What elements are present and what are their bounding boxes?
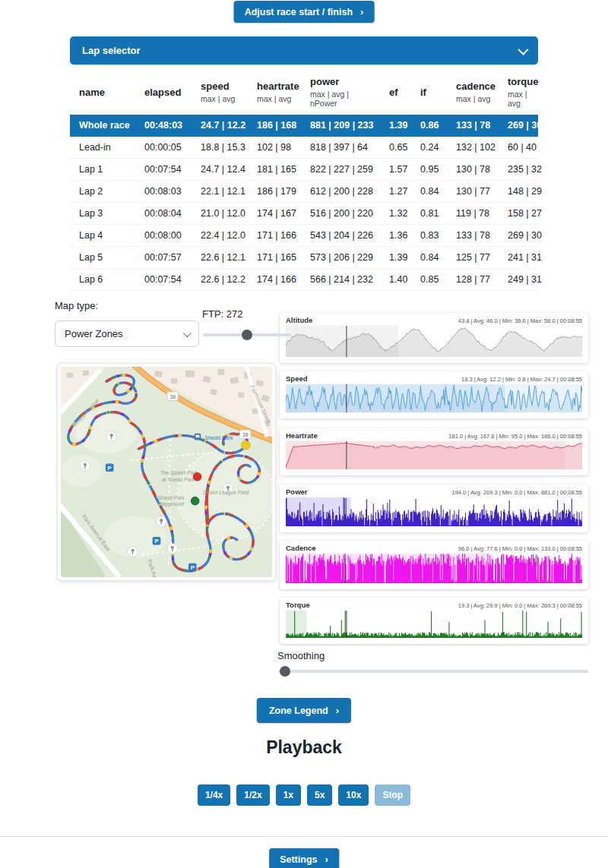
ftp-slider-thumb[interactable] xyxy=(242,330,252,340)
playback-speed-button-10x[interactable]: 10x xyxy=(338,784,369,806)
zone-legend-button[interactable]: Zone Legend› xyxy=(257,698,351,723)
settings-button[interactable]: Settings› xyxy=(269,848,339,868)
map-route-shield-1: 38 xyxy=(167,392,178,401)
chart-card-torque[interactable]: Torque19.3 | Avg: 29.9 | Min: 0.0 | Max:… xyxy=(280,598,588,644)
chart-card-power[interactable]: Power194.0 | Avg: 209.3 | Min: 0.0 | Max… xyxy=(280,485,588,532)
table-row-whole-race[interactable]: Whole race00:48:0324.7 | 12.2186 | 16888… xyxy=(70,115,538,137)
table-row-lap-4[interactable]: Lap 400:08:0022.4 | 12.0171 | 166543 | 2… xyxy=(70,225,538,247)
table-row-lead-in[interactable]: Lead-in00:00:0518.8 | 15.3102 | 98818 | … xyxy=(70,137,538,159)
route-map[interactable]: 38 38 P P P Shedd Park The Splash Pad at… xyxy=(57,363,276,581)
cell-if: 0.95 xyxy=(411,159,447,181)
cell-torque: 60 | 40 xyxy=(499,137,538,159)
cell-heartrate: 186 | 168 xyxy=(248,115,301,137)
column-header-power: powermax | avg | nPower xyxy=(301,70,380,115)
playback-title: Playback xyxy=(0,737,608,758)
cell-if: 0.24 xyxy=(411,137,447,159)
table-row-lap-2[interactable]: Lap 200:08:0322.1 | 12.1186 | 179612 | 2… xyxy=(70,181,538,203)
smoothing-label: Smoothing xyxy=(277,650,325,661)
column-header-name: name xyxy=(70,70,135,115)
chart-heartrate-label: Heartrate xyxy=(286,431,318,440)
chart-power-plot xyxy=(286,497,582,526)
map-type-label: Map type: xyxy=(55,300,98,311)
map-marker-red[interactable] xyxy=(193,472,201,481)
map-marker-green[interactable] xyxy=(191,497,199,505)
cell-cadence: 132 | 102 xyxy=(447,137,499,159)
chart-altitude-plot xyxy=(286,326,582,357)
table-row-lap-5[interactable]: Lap 500:07:5722.6 | 12.1171 | 165573 | 2… xyxy=(70,247,538,269)
map-marker-yellow[interactable] xyxy=(241,440,250,450)
lap-selector-title: Lap selector xyxy=(82,45,141,56)
map-playground-label-1: Shedd Park xyxy=(157,495,185,500)
cell-ef: 1.39 xyxy=(380,247,411,269)
playback-controls: 1/4x1/2x1x5x10xStop xyxy=(0,784,608,806)
chart-card-heartrate[interactable]: Heartrate181.0 | Avg: 167.8 | Min: 95.0 … xyxy=(280,428,588,475)
lap-selector-header[interactable]: Lap selector xyxy=(70,36,538,65)
chevron-down-icon xyxy=(518,44,528,55)
cell-torque: 249 | 31 xyxy=(499,269,538,291)
chart-altitude-stats: 43.8 | Avg: 46.0 | Min: 36.6 | Max: 58.0… xyxy=(458,317,582,324)
cell-speed: 22.4 | 12.0 xyxy=(192,225,248,247)
ftp-slider[interactable] xyxy=(203,333,291,336)
cell-heartrate: 102 | 98 xyxy=(248,137,301,159)
cell-name: Lap 4 xyxy=(70,225,135,247)
cell-power: 612 | 200 | 228 xyxy=(301,181,380,203)
svg-text:P: P xyxy=(108,465,112,472)
cell-name: Lap 6 xyxy=(70,269,135,291)
playback-speed-button-5x[interactable]: 5x xyxy=(307,784,332,806)
cell-speed: 22.6 | 12.1 xyxy=(192,247,248,269)
cell-name: Lap 1 xyxy=(70,159,135,181)
cell-name: Lap 5 xyxy=(70,247,135,269)
cell-elapsed: 00:07:57 xyxy=(135,247,192,269)
smoothing-slider[interactable] xyxy=(278,670,588,673)
adjust-race-button[interactable]: Adjust race start / finish› xyxy=(234,1,375,23)
cell-elapsed: 00:07:54 xyxy=(135,269,192,291)
cell-name: Whole race xyxy=(70,115,135,137)
cell-ef: 1.39 xyxy=(380,115,411,137)
map-field-2 xyxy=(62,455,101,487)
map-type-selected-value: Power Zones xyxy=(65,328,123,339)
cell-elapsed: 00:07:54 xyxy=(135,159,192,181)
cell-power: 881 | 209 | 233 xyxy=(301,115,380,137)
table-row-lap-3[interactable]: Lap 300:08:0421.0 | 12.0174 | 167516 | 2… xyxy=(70,203,538,225)
map-type-select[interactable]: Power Zones xyxy=(55,320,199,347)
chart-heartrate-plot xyxy=(286,441,582,469)
playback-speed-button-1-2x[interactable]: 1/2x xyxy=(236,784,269,806)
cell-ef: 1.40 xyxy=(380,269,411,291)
zone-legend-label: Zone Legend xyxy=(269,705,328,716)
chart-cadence-stats: 96.0 | Avg: 77.6 | Min: 0.0 | Max: 133.0… xyxy=(458,545,582,552)
svg-text:38: 38 xyxy=(169,394,176,399)
cell-speed: 24.7 | 12.2 xyxy=(192,115,248,137)
chevron-right-icon: › xyxy=(325,854,328,865)
cell-cadence: 133 | 78 xyxy=(447,115,499,137)
cell-name: Lap 3 xyxy=(70,203,135,225)
playback-speed-button-1x[interactable]: 1x xyxy=(276,784,301,806)
playback-speed-button-1-4x[interactable]: 1/4x xyxy=(198,784,230,806)
chart-card-cadence[interactable]: Cadence96.0 | Avg: 77.6 | Min: 0.0 | Max… xyxy=(280,541,588,589)
cell-heartrate: 171 | 166 xyxy=(248,225,301,247)
chart-speed-plot xyxy=(286,384,582,412)
chart-card-altitude[interactable]: Altitude43.8 | Avg: 46.0 | Min: 36.6 | M… xyxy=(280,313,588,363)
cell-cadence: 130 | 77 xyxy=(447,181,499,203)
cell-power: 543 | 204 | 226 xyxy=(301,225,380,247)
adjust-race-label: Adjust race start / finish xyxy=(245,7,353,17)
chart-speed-stats: 18.3 | Avg: 12.2 | Min: 0.8 | Max: 24.7 … xyxy=(461,376,582,383)
cell-cadence: 130 | 78 xyxy=(447,159,499,181)
cell-power: 822 | 227 | 259 xyxy=(301,159,380,181)
cell-name: Lead-in xyxy=(70,137,135,159)
cell-power: 818 | 397 | 64 xyxy=(301,137,380,159)
table-row-lap-6[interactable]: Lap 600:07:5422.6 | 12.2174 | 166566 | 2… xyxy=(70,269,538,291)
cell-ef: 1.32 xyxy=(380,203,411,225)
chart-torque-plot xyxy=(286,611,582,638)
column-header-cadence: cadencemax | avg xyxy=(447,70,499,115)
playback-stop-button[interactable]: Stop xyxy=(375,784,410,806)
column-header-if: if xyxy=(411,70,447,115)
chart-card-speed[interactable]: Speed18.3 | Avg: 12.2 | Min: 0.8 | Max: … xyxy=(280,371,588,418)
chart-power-label: Power xyxy=(286,488,308,496)
chevron-right-icon: › xyxy=(360,6,363,17)
cell-torque: 148 | 29 xyxy=(499,181,538,203)
cell-speed: 22.1 | 12.1 xyxy=(192,181,248,203)
cell-elapsed: 00:00:05 xyxy=(135,137,192,159)
smoothing-slider-thumb[interactable] xyxy=(280,666,290,677)
map-route-shield-2: 38 xyxy=(240,430,251,439)
table-row-lap-1[interactable]: Lap 100:07:5424.7 | 12.4181 | 165822 | 2… xyxy=(70,159,538,181)
